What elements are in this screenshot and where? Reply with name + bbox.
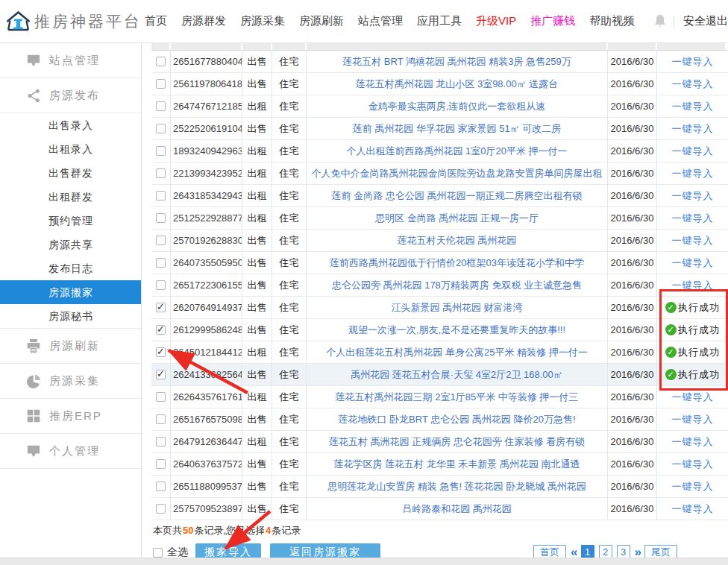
execute-success-status: ✓执行成功 (665, 346, 720, 359)
listing-title-link[interactable]: 莲花地铁口 卧龙BRT 忠仑公园 禹州花园 降价20万急售! (307, 408, 608, 430)
nav-upgrade-vip[interactable]: 升级VIP (476, 14, 516, 28)
one-click-import-link[interactable]: 一键导入 (672, 167, 714, 180)
one-click-import-link[interactable]: 一键导入 (672, 480, 714, 493)
listing-title-link[interactable]: 莲花五村天伦花园 禹州花园 (307, 230, 608, 251)
one-click-import-link[interactable]: 一键导入 (672, 100, 714, 113)
listing-title-link[interactable]: 个人免中介金尚路禹州花园金尚医院旁边盘龙路安置房单间房屋出租 (307, 162, 608, 184)
one-click-import-link[interactable]: 一键导入 (672, 55, 714, 69)
listing-type: 出售 (242, 73, 272, 95)
listing-type: 出售 (242, 230, 272, 251)
listing-title-link[interactable]: 莲花学区房 莲花五村 龙华里 禾丰新景 禹州花园 南北通透 (307, 453, 608, 475)
listing-type: 出售 (242, 476, 272, 497)
one-click-import-link[interactable]: 一键导入 (672, 502, 714, 516)
row-checkbox[interactable] (156, 146, 166, 156)
sidebar-item-listing-secretary[interactable]: 房源秘书 (0, 304, 141, 328)
select-all-checkbox[interactable] (153, 548, 163, 558)
one-click-import-link[interactable]: 一键导入 (672, 391, 714, 404)
row-checkbox[interactable] (156, 325, 166, 335)
sidebar-item-rent-bulk-send[interactable]: 出租群发 (0, 185, 141, 209)
row-action-cell: 一键导入 (657, 51, 728, 72)
sidebar-item-listing-move[interactable]: 房源搬家 (0, 280, 141, 304)
row-checkbox[interactable] (156, 504, 166, 514)
nav-site-manage[interactable]: 站点管理 (358, 14, 403, 28)
sidebar-item-listing-publish[interactable]: 房源发布 (0, 78, 141, 113)
listing-date: 2016/6/30 (608, 386, 657, 408)
row-checkbox[interactable] (156, 370, 166, 379)
nav-home[interactable]: 首页 (145, 14, 167, 28)
one-click-import-link[interactable]: 一键导入 (672, 435, 714, 449)
listing-title-link[interactable]: 禹州花园 莲花五村合展·天玺 4室2厅2卫 168.00㎡ (307, 364, 608, 385)
sidebar-item-listing-share[interactable]: 房源共享 (0, 233, 141, 256)
listing-title-link[interactable]: 莲前 禹州花园 华孚花园 家家景园 51㎡ 可改二房 (307, 118, 608, 139)
row-checkbox[interactable] (156, 280, 166, 290)
listing-title-link[interactable]: 思明区 金尚路 禹州花园 正规一房一厅 (307, 207, 608, 229)
listing-title-link[interactable]: 莲花五村禹州花园三期 2室1厅85平米 中等装修 押一付三 (307, 386, 608, 408)
row-checkbox[interactable] (156, 347, 166, 357)
listing-title-link[interactable]: 个人出租莲前西路禹州花园 1室0厅20平米 押一付一 (307, 140, 608, 162)
one-click-import-link[interactable]: 一键导入 (672, 189, 714, 203)
one-click-import-link[interactable]: 一键导入 (672, 279, 714, 292)
one-click-import-link[interactable]: 一键导入 (672, 458, 714, 471)
listing-title-link[interactable]: 思明莲花龙山安置房 精装 急售! 莲花花园 卧龙晓城 禹州花园 (307, 476, 608, 497)
sidebar-item-listing-refresh[interactable]: 房源刷新 (0, 328, 141, 364)
row-checkbox[interactable] (156, 124, 166, 133)
row-checkbox[interactable] (156, 482, 166, 491)
listing-category: 住宅 (272, 140, 307, 162)
logout-link[interactable]: 安全退出 (683, 14, 728, 28)
row-checkbox[interactable] (156, 213, 166, 223)
notification-bell-icon[interactable] (654, 14, 666, 28)
nav-app-tools[interactable]: 应用工具 (417, 14, 462, 28)
sidebar-item-rent-entry[interactable]: 出租录入 (0, 137, 141, 161)
listing-title-link[interactable]: 吕岭路泰和花园 禹州花园 (307, 498, 608, 520)
row-checkbox[interactable] (156, 437, 166, 446)
nav-listing-bulk-send[interactable]: 房源群发 (181, 14, 226, 28)
sidebar-item-publish-log[interactable]: 发布日志 (0, 256, 141, 280)
listing-title-link[interactable]: 莲前 金尚路 忠仑公园 禹州花园一期正规二房腾空出租有锁 (307, 185, 608, 206)
one-click-import-link[interactable]: 一键导入 (672, 234, 714, 247)
sidebar-item-site-manage[interactable]: 站点管理 (0, 43, 141, 78)
row-checkbox[interactable] (156, 459, 166, 469)
row-checkbox[interactable] (156, 191, 166, 201)
row-checkbox[interactable] (156, 168, 166, 178)
listing-type: 出售 (242, 498, 272, 520)
sidebar-item-sale-bulk-send[interactable]: 出售群发 (0, 161, 141, 185)
sidebar-item-listing-collect[interactable]: 房源采集 (0, 364, 141, 399)
row-checkbox[interactable] (156, 392, 166, 402)
listing-title-link[interactable]: 观望一次涨一次,朋友,是不是还要重复昨天的故事!!! (307, 319, 608, 341)
nav-help-videos[interactable]: 帮助视频 (589, 14, 634, 28)
nav-promote-earn[interactable]: 推广赚钱 (530, 14, 575, 28)
listing-title-link[interactable]: 莲前西路禹州花园低于行情价20框架03年读莲花小学和中学 (307, 252, 608, 274)
one-click-import-link[interactable]: 一键导入 (672, 212, 714, 225)
listing-title-link[interactable]: 个人出租莲花五村禹州花园 单身公寓25平米 精装修 押一付一 (307, 341, 608, 363)
listing-category: 住宅 (272, 230, 307, 251)
nav-listing-collect[interactable]: 房源采集 (240, 14, 285, 28)
row-checkbox[interactable] (156, 101, 166, 111)
row-checkbox[interactable] (156, 258, 166, 268)
top-bar: 推房神器平台 首页房源群发房源采集房源刷新站点管理应用工具升级VIP推广赚钱帮助… (0, 0, 728, 43)
one-click-import-link[interactable]: 一键导入 (672, 256, 714, 270)
row-checkbox[interactable] (156, 414, 166, 424)
sidebar-item-tuifang-erp[interactable]: 推房ERP (0, 399, 141, 434)
listing-title-link[interactable]: 莲花五村 禹洲花园 正规俩房 忠仑花园旁 住家装修 看房有锁 (307, 431, 608, 452)
sidebar-item-sale-entry[interactable]: 出售录入 (0, 113, 141, 137)
one-click-import-link[interactable]: 一键导入 (672, 78, 714, 91)
sidebar-item-personal-manage[interactable]: 个人管理 (0, 434, 141, 469)
row-action-cell: 一键导入 (657, 476, 728, 497)
row-checkbox[interactable] (156, 236, 166, 245)
one-click-import-link[interactable]: 一键导入 (672, 413, 714, 426)
listing-type: 出售 (242, 319, 272, 341)
one-click-import-link[interactable]: 一键导入 (672, 122, 714, 136)
listing-title-link[interactable]: 江头新景园 禹州花园 财富港湾 (307, 297, 608, 318)
row-checkbox[interactable] (156, 57, 166, 66)
listing-id: 25125229288775 (171, 207, 242, 229)
listing-title-link[interactable]: 金鸡亭最实惠两房,连前仅此一套欲租从速 (307, 95, 608, 117)
row-checkbox[interactable] (156, 79, 166, 89)
listing-title-link[interactable]: 莲花五村禹州花园 龙山小区 3室98.00㎡ 送露台 (307, 73, 608, 95)
listing-title-link[interactable]: 忠仑公园旁 禹州花园 178万精装两房 免双税 业主诚意急售 (307, 274, 608, 296)
sidebar-item-appointment-manage[interactable]: 预约管理 (0, 209, 141, 233)
listing-title-link[interactable]: 莲花五村 BRT 鸿禧花园 禹州花园 精装3房 急售259万 (307, 51, 608, 72)
nav-listing-refresh[interactable]: 房源刷新 (299, 14, 344, 28)
one-click-import-link[interactable]: 一键导入 (672, 145, 714, 158)
row-checkbox[interactable] (156, 303, 166, 312)
listing-date: 2016/6/30 (608, 274, 657, 296)
